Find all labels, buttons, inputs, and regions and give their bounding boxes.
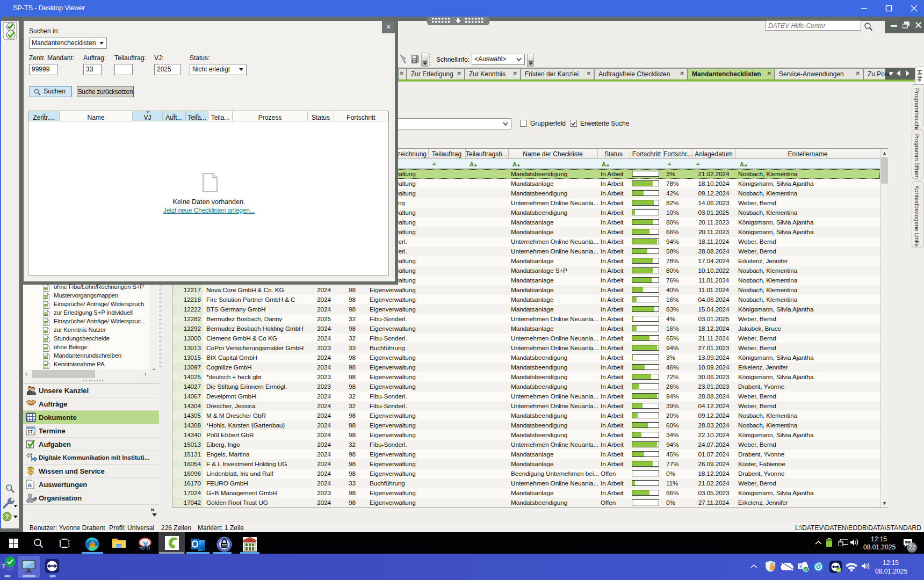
svg-text:A: A <box>470 161 474 167</box>
svg-text:A: A <box>512 161 517 167</box>
svg-text:A: A <box>740 161 744 167</box>
svg-text:?: ? <box>5 513 9 521</box>
svg-text:17: 17 <box>27 429 33 434</box>
svg-text:A: A <box>602 161 606 167</box>
svg-text:T: T <box>799 564 802 569</box>
